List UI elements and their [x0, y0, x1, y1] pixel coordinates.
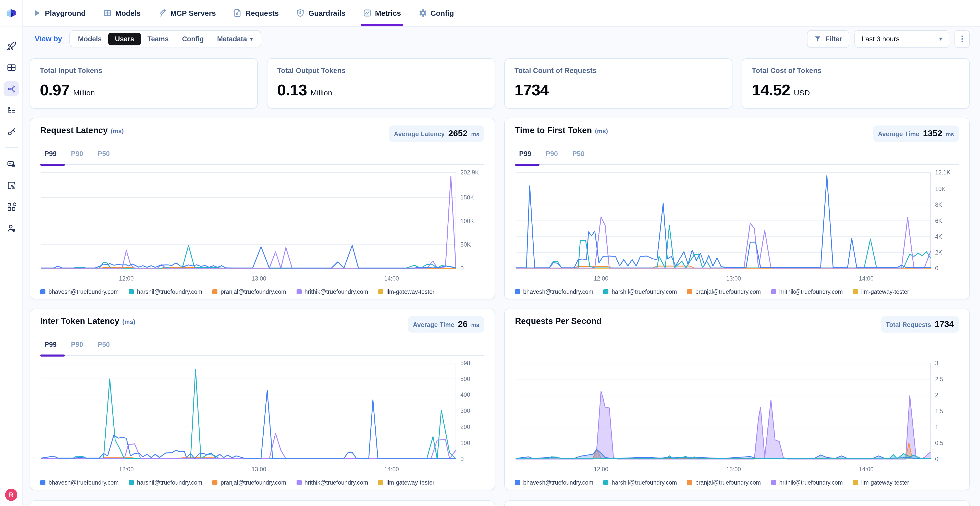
- more-options-button[interactable]: ⋮: [955, 30, 970, 48]
- badge-value: 1352: [923, 128, 942, 139]
- tree-list-icon[interactable]: [3, 103, 19, 118]
- view-option-models[interactable]: Models: [71, 32, 108, 45]
- legend-item-harshil@truefoundry.com[interactable]: harshil@truefoundry.com: [604, 479, 677, 485]
- legend-label: pranjal@truefoundry.com: [695, 479, 761, 485]
- tab-p50[interactable]: P50: [97, 150, 110, 161]
- time-to-first-token-chart[interactable]: 02K4K6K8K10K12.1K12:0013:0014:00: [515, 167, 959, 287]
- view-option-teams[interactable]: Teams: [141, 32, 176, 45]
- window-flow-icon[interactable]: [3, 178, 19, 193]
- chart-legend: bhavesh@truefoundry.comharshil@truefound…: [40, 477, 484, 488]
- legend-swatch: [515, 289, 520, 294]
- panel-unit: (ms): [111, 127, 124, 135]
- svg-text:0: 0: [460, 456, 464, 462]
- active-tab-indicator: [515, 164, 539, 165]
- legend-swatch: [771, 289, 776, 294]
- legend-item-bhavesh@truefoundry.com[interactable]: bhavesh@truefoundry.com: [40, 289, 119, 295]
- view-option-users[interactable]: Users: [108, 32, 141, 45]
- time-range-value: Last 3 hours: [862, 35, 900, 43]
- legend-item-llm-gateway-tester[interactable]: llm-gateway-tester: [853, 479, 909, 485]
- tab-p50[interactable]: P50: [97, 341, 110, 352]
- components-icon[interactable]: [3, 199, 19, 214]
- tab-p99[interactable]: P99: [45, 341, 57, 352]
- svg-text:400: 400: [460, 392, 470, 398]
- legend-item-bhavesh@truefoundry.com[interactable]: bhavesh@truefoundry.com: [515, 479, 593, 485]
- legend-item-llm-gateway-tester[interactable]: llm-gateway-tester: [853, 289, 909, 295]
- legend-swatch: [212, 480, 218, 485]
- request-latency-chart[interactable]: 050K100K150K202.9K12:0013:0014:00: [40, 167, 484, 287]
- panel-sliver: [30, 500, 495, 506]
- view-option-config[interactable]: Config: [175, 32, 210, 45]
- legend-item-hrithik@truefoundry.com[interactable]: hrithik@truefoundry.com: [296, 289, 368, 295]
- legend-item-llm-gateway-tester[interactable]: llm-gateway-tester: [378, 479, 434, 485]
- filter-button[interactable]: Filter: [807, 30, 850, 48]
- network-hub-icon[interactable]: [3, 81, 19, 97]
- nav-tab-label: Playground: [45, 9, 86, 17]
- legend-label: bhavesh@truefoundry.com: [48, 479, 119, 485]
- nav-tab-mcp-servers[interactable]: MCP Servers: [158, 0, 216, 26]
- tab-p99[interactable]: P99: [519, 150, 531, 161]
- legend-swatch: [515, 480, 520, 485]
- user-shield-icon[interactable]: [3, 220, 19, 236]
- tabs-spacer: [515, 333, 959, 356]
- svg-text:13:00: 13:00: [251, 466, 266, 473]
- time-range-select[interactable]: Last 3 hours ▾: [854, 30, 950, 48]
- stat-suffix: USD: [794, 88, 810, 97]
- svg-text:14:00: 14:00: [384, 466, 399, 473]
- view-option-metadata[interactable]: Metadata▾: [210, 32, 259, 45]
- legend-label: llm-gateway-tester: [861, 289, 909, 295]
- svg-text:1: 1: [935, 424, 939, 430]
- panel-title: Request Latency: [40, 125, 108, 135]
- legend-item-bhavesh@truefoundry.com[interactable]: bhavesh@truefoundry.com: [515, 289, 593, 295]
- tab-p90[interactable]: P90: [546, 150, 558, 161]
- legend-swatch: [378, 289, 383, 294]
- tab-track: [515, 164, 959, 165]
- shield-lock-icon: [296, 9, 305, 17]
- svg-text:13:00: 13:00: [251, 275, 266, 282]
- stat-value: 0.97: [40, 81, 70, 100]
- svg-text:100K: 100K: [460, 218, 474, 224]
- nav-tab-label: Metrics: [375, 9, 401, 17]
- svg-text:0: 0: [935, 456, 939, 462]
- table-grid-icon[interactable]: [3, 60, 19, 75]
- rocket-icon[interactable]: [3, 38, 19, 54]
- legend-item-harshil@truefoundry.com[interactable]: harshil@truefoundry.com: [129, 289, 202, 295]
- legend-item-pranjal@truefoundry.com[interactable]: pranjal@truefoundry.com: [687, 289, 761, 295]
- table-icon: [103, 9, 112, 17]
- tab-p99[interactable]: P99: [45, 150, 57, 161]
- tab-p90[interactable]: P90: [71, 341, 83, 352]
- tab-p90[interactable]: P90: [71, 150, 83, 161]
- nav-tab-models[interactable]: Models: [103, 0, 141, 26]
- key-icon[interactable]: [3, 124, 19, 139]
- legend-item-pranjal@truefoundry.com[interactable]: pranjal@truefoundry.com: [212, 479, 286, 485]
- chart-line-icon: [363, 9, 371, 17]
- tab-p50[interactable]: P50: [572, 150, 584, 161]
- nav-tab-guardrails[interactable]: Guardrails: [296, 0, 345, 26]
- nav-tab-metrics[interactable]: Metrics: [363, 0, 401, 26]
- stat-suffix: Million: [73, 88, 95, 97]
- legend-item-pranjal@truefoundry.com[interactable]: pranjal@truefoundry.com: [687, 479, 761, 485]
- legend-item-bhavesh@truefoundry.com[interactable]: bhavesh@truefoundry.com: [40, 479, 119, 485]
- legend-item-harshil@truefoundry.com[interactable]: harshil@truefoundry.com: [604, 289, 677, 295]
- nav-tab-config[interactable]: Config: [418, 0, 454, 26]
- legend-item-harshil@truefoundry.com[interactable]: harshil@truefoundry.com: [129, 479, 202, 485]
- play-icon: [33, 9, 41, 17]
- user-avatar[interactable]: R: [5, 489, 18, 501]
- inter-token-latency-chart[interactable]: 010020030040050059812:0013:0014:00: [40, 358, 484, 477]
- legend-item-hrithik@truefoundry.com[interactable]: hrithik@truefoundry.com: [771, 479, 843, 485]
- legend-label: bhavesh@truefoundry.com: [523, 479, 593, 485]
- stat-value: 1734: [514, 81, 549, 100]
- average-time-badge: Average Time 26 ms: [408, 316, 484, 333]
- gear-icon: [418, 9, 427, 17]
- mcp-icon: [158, 9, 167, 17]
- chart-legend: bhavesh@truefoundry.comharshil@truefound…: [40, 287, 484, 297]
- legend-item-hrithik@truefoundry.com[interactable]: hrithik@truefoundry.com: [771, 289, 843, 295]
- nav-tab-requests[interactable]: Requests: [233, 0, 279, 26]
- legend-item-llm-gateway-tester[interactable]: llm-gateway-tester: [378, 289, 434, 295]
- truefoundry-logo[interactable]: [0, 0, 22, 27]
- legend-item-pranjal@truefoundry.com[interactable]: pranjal@truefoundry.com: [212, 289, 286, 295]
- nav-tab-playground[interactable]: Playground: [33, 0, 86, 26]
- legend-item-hrithik@truefoundry.com[interactable]: hrithik@truefoundry.com: [296, 479, 368, 485]
- requests-per-second-chart[interactable]: 00.511.522.5312:0013:0014:00: [515, 358, 959, 477]
- plug-cloud-icon[interactable]: [3, 156, 19, 171]
- legend-swatch: [296, 289, 301, 294]
